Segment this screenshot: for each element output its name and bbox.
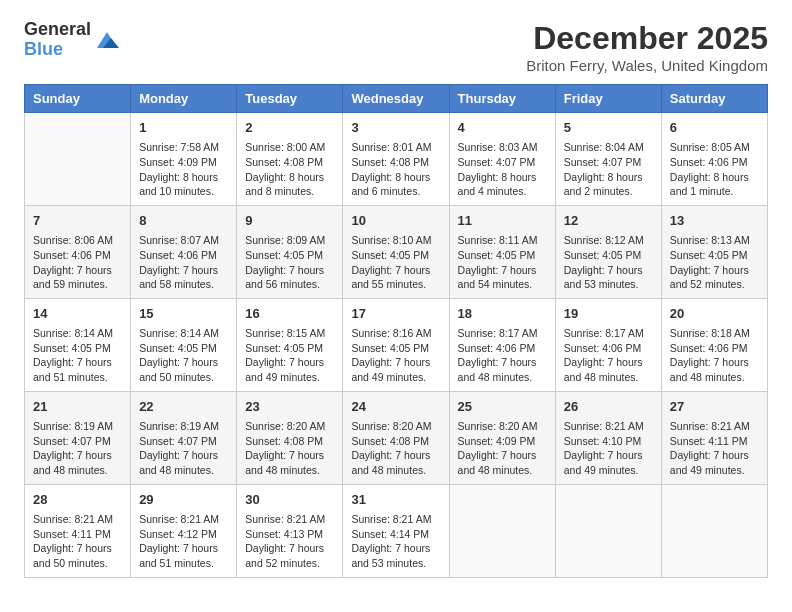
week-row-5: 28Sunrise: 8:21 AM Sunset: 4:11 PM Dayli… — [25, 484, 768, 577]
day-number: 23 — [245, 398, 334, 416]
day-number: 2 — [245, 119, 334, 137]
day-info: Sunrise: 8:18 AM Sunset: 4:06 PM Dayligh… — [670, 326, 759, 385]
day-number: 15 — [139, 305, 228, 323]
week-row-4: 21Sunrise: 8:19 AM Sunset: 4:07 PM Dayli… — [25, 391, 768, 484]
calendar-cell: 21Sunrise: 8:19 AM Sunset: 4:07 PM Dayli… — [25, 391, 131, 484]
day-info: Sunrise: 8:15 AM Sunset: 4:05 PM Dayligh… — [245, 326, 334, 385]
day-info: Sunrise: 8:03 AM Sunset: 4:07 PM Dayligh… — [458, 140, 547, 199]
day-info: Sunrise: 8:21 AM Sunset: 4:11 PM Dayligh… — [33, 512, 122, 571]
calendar-cell: 15Sunrise: 8:14 AM Sunset: 4:05 PM Dayli… — [131, 298, 237, 391]
day-info: Sunrise: 8:14 AM Sunset: 4:05 PM Dayligh… — [139, 326, 228, 385]
day-info: Sunrise: 8:14 AM Sunset: 4:05 PM Dayligh… — [33, 326, 122, 385]
day-info: Sunrise: 8:21 AM Sunset: 4:12 PM Dayligh… — [139, 512, 228, 571]
calendar-cell: 11Sunrise: 8:11 AM Sunset: 4:05 PM Dayli… — [449, 205, 555, 298]
day-info: Sunrise: 8:10 AM Sunset: 4:05 PM Dayligh… — [351, 233, 440, 292]
day-number: 13 — [670, 212, 759, 230]
day-number: 10 — [351, 212, 440, 230]
calendar-cell: 23Sunrise: 8:20 AM Sunset: 4:08 PM Dayli… — [237, 391, 343, 484]
calendar-cell: 22Sunrise: 8:19 AM Sunset: 4:07 PM Dayli… — [131, 391, 237, 484]
logo: GeneralBlue — [24, 20, 121, 60]
day-number: 25 — [458, 398, 547, 416]
week-row-3: 14Sunrise: 8:14 AM Sunset: 4:05 PM Dayli… — [25, 298, 768, 391]
day-info: Sunrise: 8:12 AM Sunset: 4:05 PM Dayligh… — [564, 233, 653, 292]
calendar-body: 1Sunrise: 7:58 AM Sunset: 4:09 PM Daylig… — [25, 113, 768, 578]
day-info: Sunrise: 8:17 AM Sunset: 4:06 PM Dayligh… — [458, 326, 547, 385]
weekday-header-saturday: Saturday — [661, 85, 767, 113]
calendar-table: SundayMondayTuesdayWednesdayThursdayFrid… — [24, 84, 768, 578]
weekday-header-sunday: Sunday — [25, 85, 131, 113]
day-info: Sunrise: 8:01 AM Sunset: 4:08 PM Dayligh… — [351, 140, 440, 199]
day-number: 18 — [458, 305, 547, 323]
calendar-header: SundayMondayTuesdayWednesdayThursdayFrid… — [25, 85, 768, 113]
day-number: 12 — [564, 212, 653, 230]
day-number: 21 — [33, 398, 122, 416]
day-info: Sunrise: 8:16 AM Sunset: 4:05 PM Dayligh… — [351, 326, 440, 385]
calendar-cell: 8Sunrise: 8:07 AM Sunset: 4:06 PM Daylig… — [131, 205, 237, 298]
day-info: Sunrise: 8:09 AM Sunset: 4:05 PM Dayligh… — [245, 233, 334, 292]
week-row-2: 7Sunrise: 8:06 AM Sunset: 4:06 PM Daylig… — [25, 205, 768, 298]
main-title: December 2025 — [526, 20, 768, 57]
day-info: Sunrise: 8:21 AM Sunset: 4:11 PM Dayligh… — [670, 419, 759, 478]
day-number: 17 — [351, 305, 440, 323]
calendar-cell: 9Sunrise: 8:09 AM Sunset: 4:05 PM Daylig… — [237, 205, 343, 298]
day-number: 29 — [139, 491, 228, 509]
weekday-header-monday: Monday — [131, 85, 237, 113]
logo-icon — [93, 26, 121, 54]
day-number: 4 — [458, 119, 547, 137]
calendar-cell: 20Sunrise: 8:18 AM Sunset: 4:06 PM Dayli… — [661, 298, 767, 391]
calendar-cell: 5Sunrise: 8:04 AM Sunset: 4:07 PM Daylig… — [555, 113, 661, 206]
day-info: Sunrise: 8:19 AM Sunset: 4:07 PM Dayligh… — [33, 419, 122, 478]
day-number: 16 — [245, 305, 334, 323]
calendar-cell: 17Sunrise: 8:16 AM Sunset: 4:05 PM Dayli… — [343, 298, 449, 391]
day-info: Sunrise: 8:21 AM Sunset: 4:10 PM Dayligh… — [564, 419, 653, 478]
day-number: 9 — [245, 212, 334, 230]
calendar-cell: 31Sunrise: 8:21 AM Sunset: 4:14 PM Dayli… — [343, 484, 449, 577]
calendar-cell — [25, 113, 131, 206]
day-info: Sunrise: 7:58 AM Sunset: 4:09 PM Dayligh… — [139, 140, 228, 199]
calendar-cell: 10Sunrise: 8:10 AM Sunset: 4:05 PM Dayli… — [343, 205, 449, 298]
logo-text: GeneralBlue — [24, 20, 91, 60]
calendar-cell: 30Sunrise: 8:21 AM Sunset: 4:13 PM Dayli… — [237, 484, 343, 577]
day-number: 26 — [564, 398, 653, 416]
calendar-cell: 13Sunrise: 8:13 AM Sunset: 4:05 PM Dayli… — [661, 205, 767, 298]
weekday-header-friday: Friday — [555, 85, 661, 113]
weekday-header-tuesday: Tuesday — [237, 85, 343, 113]
calendar-cell: 25Sunrise: 8:20 AM Sunset: 4:09 PM Dayli… — [449, 391, 555, 484]
day-number: 3 — [351, 119, 440, 137]
day-number: 7 — [33, 212, 122, 230]
calendar-cell — [661, 484, 767, 577]
calendar-cell: 29Sunrise: 8:21 AM Sunset: 4:12 PM Dayli… — [131, 484, 237, 577]
week-row-1: 1Sunrise: 7:58 AM Sunset: 4:09 PM Daylig… — [25, 113, 768, 206]
weekday-header-wednesday: Wednesday — [343, 85, 449, 113]
day-info: Sunrise: 8:21 AM Sunset: 4:14 PM Dayligh… — [351, 512, 440, 571]
calendar-cell: 1Sunrise: 7:58 AM Sunset: 4:09 PM Daylig… — [131, 113, 237, 206]
calendar-cell: 27Sunrise: 8:21 AM Sunset: 4:11 PM Dayli… — [661, 391, 767, 484]
day-number: 27 — [670, 398, 759, 416]
day-number: 20 — [670, 305, 759, 323]
day-number: 24 — [351, 398, 440, 416]
calendar-cell: 3Sunrise: 8:01 AM Sunset: 4:08 PM Daylig… — [343, 113, 449, 206]
calendar-cell — [555, 484, 661, 577]
calendar-cell: 6Sunrise: 8:05 AM Sunset: 4:06 PM Daylig… — [661, 113, 767, 206]
calendar-cell: 26Sunrise: 8:21 AM Sunset: 4:10 PM Dayli… — [555, 391, 661, 484]
day-number: 22 — [139, 398, 228, 416]
day-info: Sunrise: 8:20 AM Sunset: 4:08 PM Dayligh… — [245, 419, 334, 478]
day-number: 31 — [351, 491, 440, 509]
calendar-cell: 16Sunrise: 8:15 AM Sunset: 4:05 PM Dayli… — [237, 298, 343, 391]
weekday-header-thursday: Thursday — [449, 85, 555, 113]
day-number: 11 — [458, 212, 547, 230]
day-number: 14 — [33, 305, 122, 323]
day-info: Sunrise: 8:19 AM Sunset: 4:07 PM Dayligh… — [139, 419, 228, 478]
day-number: 30 — [245, 491, 334, 509]
day-info: Sunrise: 8:07 AM Sunset: 4:06 PM Dayligh… — [139, 233, 228, 292]
day-info: Sunrise: 8:11 AM Sunset: 4:05 PM Dayligh… — [458, 233, 547, 292]
calendar-cell — [449, 484, 555, 577]
day-info: Sunrise: 8:00 AM Sunset: 4:08 PM Dayligh… — [245, 140, 334, 199]
day-info: Sunrise: 8:05 AM Sunset: 4:06 PM Dayligh… — [670, 140, 759, 199]
subtitle: Briton Ferry, Wales, United Kingdom — [526, 57, 768, 74]
day-number: 6 — [670, 119, 759, 137]
day-number: 5 — [564, 119, 653, 137]
day-number: 19 — [564, 305, 653, 323]
day-info: Sunrise: 8:13 AM Sunset: 4:05 PM Dayligh… — [670, 233, 759, 292]
calendar-cell: 7Sunrise: 8:06 AM Sunset: 4:06 PM Daylig… — [25, 205, 131, 298]
